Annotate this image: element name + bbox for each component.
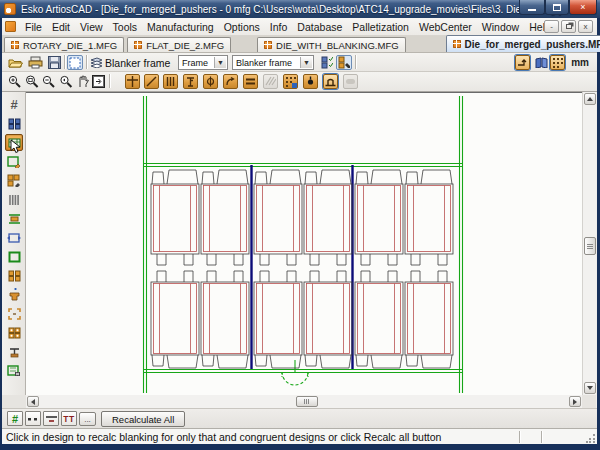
scroll-right-button[interactable] xyxy=(569,396,581,407)
edit-layout-icon[interactable] xyxy=(5,362,23,379)
close-icon: × xyxy=(580,2,585,12)
mfg-doc-icon xyxy=(453,40,461,48)
tab-flat-die-2[interactable]: FLAT_DIE_2.MFG xyxy=(127,37,231,52)
grid-toggle-icon[interactable]: # xyxy=(7,411,23,426)
menu-window[interactable]: Window xyxy=(477,19,524,35)
add-pusher-icon[interactable] xyxy=(5,286,23,303)
panels-icon[interactable] xyxy=(5,115,23,132)
rotate-tool-icon[interactable] xyxy=(203,74,218,89)
more-options-button[interactable]: ... xyxy=(79,412,96,426)
menu-webcenter[interactable]: WebCenter xyxy=(414,19,477,35)
menu-options[interactable]: Options xyxy=(219,19,265,35)
menu-view[interactable]: View xyxy=(75,19,108,35)
recalculate-all-button[interactable]: Recalculate All xyxy=(101,411,185,427)
frame-select[interactable]: Frame ▼ xyxy=(178,55,228,70)
minimize-icon xyxy=(528,9,536,11)
menu-file[interactable]: File xyxy=(20,19,47,35)
tool-sidebar: # xyxy=(2,92,26,395)
double-rule-tool-icon[interactable] xyxy=(243,74,258,89)
rail-icon[interactable] xyxy=(5,210,23,227)
maximize-button[interactable] xyxy=(545,0,569,15)
frame-icon[interactable] xyxy=(5,248,23,265)
document-icon[interactable] xyxy=(5,21,16,32)
menu-info[interactable]: Info xyxy=(265,19,293,35)
zoom-out-icon[interactable] xyxy=(41,74,57,89)
layer-select[interactable]: Blanker frame ▼ xyxy=(232,55,314,70)
angled-line-tool-icon[interactable] xyxy=(144,74,159,89)
scroll-down-button[interactable] xyxy=(584,382,596,394)
menu-bar: File Edit View Tools Manufacturing Optio… xyxy=(2,18,597,36)
window-border xyxy=(0,444,600,450)
grid-hash-icon[interactable]: # xyxy=(5,96,23,113)
dotted-blocks-icon[interactable] xyxy=(5,324,23,341)
save-icon[interactable] xyxy=(46,55,62,70)
mdi-restore-button[interactable] xyxy=(561,20,576,33)
scroll-up-button[interactable] xyxy=(584,93,596,105)
horizontal-scroll-thumb[interactable] xyxy=(296,396,318,407)
resize-grip[interactable] xyxy=(586,433,596,443)
design-canvas[interactable] xyxy=(26,92,582,395)
brackets-icon[interactable] xyxy=(5,305,23,322)
curve-tool-icon[interactable] xyxy=(223,74,238,89)
layers-icon[interactable] xyxy=(89,55,103,70)
menu-tools[interactable]: Tools xyxy=(108,19,143,35)
pages-icon[interactable] xyxy=(533,55,549,70)
scale-to-fit-icon[interactable] xyxy=(90,74,106,89)
units-label: mm xyxy=(571,57,589,68)
app-icon xyxy=(4,3,16,15)
rule-labels-toggle-icon[interactable]: TT xyxy=(61,411,77,426)
print-icon[interactable] xyxy=(27,55,43,70)
tack-bridge-tool-icon xyxy=(343,74,358,89)
view-toolbar xyxy=(2,72,597,92)
hatch-tool-icon[interactable] xyxy=(163,74,178,89)
clamp-icon[interactable] xyxy=(5,343,23,360)
tab-rotary-die-1[interactable]: ROTARY_DIE_1.MFG xyxy=(4,37,124,52)
mdi-minimize-button[interactable]: - xyxy=(544,20,559,33)
open-icon[interactable] xyxy=(7,55,23,70)
minimize-button[interactable] xyxy=(519,0,545,15)
zoom-previous-icon[interactable] xyxy=(58,74,74,89)
tab-die-with-blanking[interactable]: DIE_WITH_BLANKING.MFG xyxy=(257,37,405,52)
bridge-tool-icon[interactable] xyxy=(323,74,338,89)
mdi-close-button[interactable]: x xyxy=(578,20,593,33)
menu-manufacturing[interactable]: Manufacturing xyxy=(142,19,219,35)
grid-icon[interactable] xyxy=(550,55,565,70)
blocks-icon[interactable] xyxy=(5,267,23,284)
vertical-scrollbar[interactable] xyxy=(582,92,596,395)
scroll-left-button[interactable] xyxy=(27,396,39,407)
layer-list-icon[interactable] xyxy=(319,55,335,70)
pan-icon[interactable] xyxy=(75,74,91,89)
arrow-down-icon xyxy=(587,386,593,390)
vertical-scroll-thumb[interactable] xyxy=(584,237,596,255)
nick-tool-icon[interactable] xyxy=(303,74,318,89)
blanker-frame-rails xyxy=(143,96,463,393)
close-button[interactable]: × xyxy=(569,0,597,15)
title-bar[interactable]: Esko ArtiosCAD - [Die_for_merged_pushers… xyxy=(0,0,600,18)
mfg-doc-icon xyxy=(11,41,19,49)
bridges-toggle-icon[interactable] xyxy=(43,411,59,426)
nicks-toggle-icon[interactable] xyxy=(25,411,41,426)
resize-frame-icon[interactable] xyxy=(5,229,23,246)
document-tab-bar: ROTARY_DIE_1.MFG FLAT_DIE_2.MFG DIE_WITH… xyxy=(2,36,597,53)
layout-grid-tool-icon[interactable] xyxy=(283,74,298,89)
edit-frame-icon[interactable] xyxy=(5,153,23,170)
horizontal-scrollbar[interactable] xyxy=(26,395,582,408)
menu-palletization[interactable]: Palletization xyxy=(347,19,414,35)
menu-database[interactable]: Database xyxy=(292,19,347,35)
die-layout-drawing xyxy=(26,93,582,396)
zoom-fit-icon[interactable] xyxy=(67,55,83,70)
menu-edit[interactable]: Edit xyxy=(47,19,75,35)
snap-icon[interactable] xyxy=(515,55,530,70)
anchor-tool-icon[interactable] xyxy=(183,74,198,89)
tab-die-for-merged-pushers[interactable]: Die_for_merged_pushers.MFG xyxy=(446,35,600,52)
grate-icon[interactable] xyxy=(5,191,23,208)
edit-blocks-icon[interactable] xyxy=(5,172,23,189)
chevron-down-icon: ▼ xyxy=(214,57,226,68)
zoom-in-icon[interactable] xyxy=(7,74,23,89)
layer-manager-icon[interactable] xyxy=(336,55,352,70)
zoom-window-icon[interactable] xyxy=(24,74,40,89)
arrow-right-icon xyxy=(573,399,577,405)
mouse-cursor xyxy=(10,139,22,154)
line-tool-icon[interactable] xyxy=(125,74,140,89)
status-pane-divider xyxy=(519,431,521,443)
